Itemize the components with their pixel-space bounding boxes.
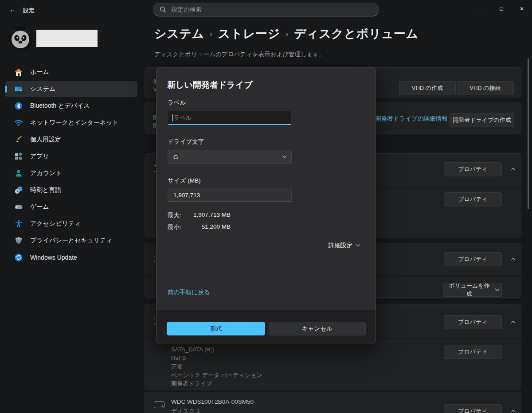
sidebar-item-label: アプリ: [30, 152, 49, 160]
max-size-row: 最大: 1,907,713 MB: [168, 211, 231, 219]
sidebar-item-accounts[interactable]: アカウント: [5, 165, 137, 181]
breadcrumb-separator: ›: [286, 29, 289, 39]
sidebar-item-system[interactable]: システム: [5, 81, 137, 97]
home-icon: [14, 68, 23, 77]
sidebar-item-apps[interactable]: アプリ: [5, 148, 137, 164]
drive-letter-dropdown[interactable]: G: [168, 150, 292, 164]
sidebar-item-label: 個人用設定: [30, 136, 61, 144]
properties-button[interactable]: プロパティ: [444, 345, 502, 359]
format-button[interactable]: 形式: [167, 322, 265, 335]
chevron-down-icon: [356, 242, 360, 246]
time-language-icon: [14, 186, 23, 195]
sidebar-item-network[interactable]: ネットワークとインターネット: [5, 115, 137, 131]
max-label: 最大:: [168, 211, 181, 219]
sidebar-item-label: ゲーム: [30, 203, 49, 211]
size-field-label: サイズ (MB): [168, 177, 200, 185]
new-dev-drive-dialog: 新しい開発者ドライブ ラベル ドライブ文字 G サイズ (MB) 最大: 1,9…: [156, 67, 376, 343]
sidebar-item-label: ホーム: [30, 68, 49, 76]
sidebar-item-bluetooth[interactable]: Bluetooth とデバイス: [5, 98, 137, 114]
max-value: 1,907,713 MB: [193, 211, 231, 219]
accessibility-icon: [14, 219, 23, 228]
create-dev-drive-button[interactable]: 開発者ドライブの作成: [450, 113, 514, 127]
min-label: 最小:: [168, 223, 181, 231]
chevron-down-icon: [282, 153, 287, 158]
collapse-chevron-icon[interactable]: [509, 407, 517, 413]
volume-filesystem: ReFS: [171, 355, 186, 361]
sidebar-item-windows-update[interactable]: Windows Update: [5, 249, 137, 265]
sidebar: ホーム システム Bluetooth とデバイス ネットワークとインターネット …: [0, 19, 144, 413]
breadcrumb-storage[interactable]: ストレージ: [218, 27, 280, 40]
scrollbar[interactable]: [528, 58, 529, 209]
attach-vhd-button[interactable]: VHD の接続: [457, 81, 514, 95]
dialog-title: 新しい開発者ドライブ: [167, 79, 253, 91]
settings-search[interactable]: [153, 3, 379, 16]
gaming-icon: [14, 203, 23, 211]
create-vhd-button[interactable]: VHD の作成: [399, 81, 456, 95]
drive-letter-label: ドライブ文字: [168, 138, 204, 146]
close-button[interactable]: ✕: [512, 0, 532, 18]
collapse-chevron-icon[interactable]: [509, 318, 517, 327]
sidebar-item-privacy[interactable]: プライバシーとセキュリティ: [5, 233, 137, 249]
volume-partition-type: ベーシック データ パーティション: [171, 371, 262, 379]
minimize-button[interactable]: –: [471, 0, 491, 18]
search-input[interactable]: [171, 6, 372, 13]
app-title: 設定: [23, 7, 35, 15]
volume-status: 正常: [171, 363, 183, 371]
disk-card: WDC WDS100T2B0A-00SM50 ディスク 3 プロパティ: [145, 392, 521, 413]
sidebar-item-label: アクセシビリティ: [30, 220, 81, 228]
network-icon: [14, 118, 23, 127]
sidebar-nav: ホーム システム Bluetooth とデバイス ネットワークとインターネット …: [0, 63, 144, 266]
accounts-icon: [14, 169, 23, 178]
back-button[interactable]: ←: [6, 4, 20, 16]
properties-button[interactable]: プロパティ: [444, 192, 502, 206]
collapse-chevron-icon[interactable]: [509, 165, 517, 174]
titlebar: ← 設定 – □ ✕: [0, 0, 532, 19]
sidebar-item-gaming[interactable]: ゲーム: [5, 199, 137, 215]
avatar[interactable]: [8, 26, 33, 51]
search-icon: [160, 6, 166, 13]
sidebar-item-personalization[interactable]: 個人用設定: [5, 132, 137, 148]
breadcrumb-separator: ›: [210, 29, 213, 39]
dev-drive-info-link[interactable]: 開発者ドライブの詳細情報: [375, 115, 448, 123]
disk-icon: [154, 401, 164, 408]
privacy-icon: [14, 236, 23, 245]
sidebar-item-accessibility[interactable]: アクセシビリティ: [5, 216, 137, 232]
apps-icon: [14, 152, 23, 161]
properties-button[interactable]: プロパティ: [444, 315, 502, 329]
sidebar-item-label: Bluetooth とデバイス: [30, 102, 90, 110]
sidebar-item-label: ネットワークとインターネット: [30, 119, 119, 127]
size-input[interactable]: [168, 188, 292, 202]
properties-button[interactable]: プロパティ: [444, 162, 502, 176]
maximize-button[interactable]: □: [491, 0, 512, 18]
collapse-chevron-icon[interactable]: [509, 255, 517, 264]
sidebar-item-home[interactable]: ホーム: [5, 64, 137, 80]
caption-buttons: – □ ✕: [471, 0, 532, 18]
volume-name: SATA_DATA (H:): [171, 346, 214, 353]
breadcrumb-disks-volumes: ディスクとボリューム: [294, 27, 419, 40]
windows-update-icon: [14, 253, 23, 262]
advanced-settings-expander[interactable]: 詳細設定: [329, 242, 360, 249]
volume-drive-type: 開発者ドライブ: [171, 380, 212, 388]
text-caret: [172, 114, 173, 121]
sidebar-item-label: Windows Update: [30, 254, 77, 261]
sidebar-item-label: アカウント: [30, 169, 62, 177]
breadcrumb-system[interactable]: システム: [154, 27, 204, 40]
settings-window: ← 設定 – □ ✕: [0, 0, 532, 413]
personalization-icon: [14, 135, 23, 144]
label-input[interactable]: [168, 111, 292, 125]
page-subtitle: ディスクとボリュームのプロパティを表示および管理します。: [154, 51, 325, 58]
sidebar-item-time-language[interactable]: 時刻と言語: [5, 182, 137, 198]
properties-button[interactable]: プロパティ: [444, 404, 502, 413]
min-size-row: 最小: 51,200 MB: [168, 223, 231, 231]
dialog-footer: 形式 キャンセル: [156, 310, 376, 343]
properties-button[interactable]: プロパティ: [444, 252, 502, 266]
drive-letter-value: G: [173, 154, 178, 160]
back-to-previous-step-link[interactable]: 前の手順に戻る: [168, 288, 210, 296]
cancel-button[interactable]: キャンセル: [269, 322, 366, 335]
create-volume-button[interactable]: ボリュームを作成: [443, 283, 502, 297]
min-value: 51,200 MB: [202, 223, 231, 231]
user-name-redacted: [36, 30, 98, 47]
disk-model: WDC WDS100T2B0A-00SM50: [171, 398, 254, 405]
sidebar-item-label: プライバシーとセキュリティ: [30, 237, 113, 245]
sidebar-item-label: システム: [30, 85, 55, 93]
